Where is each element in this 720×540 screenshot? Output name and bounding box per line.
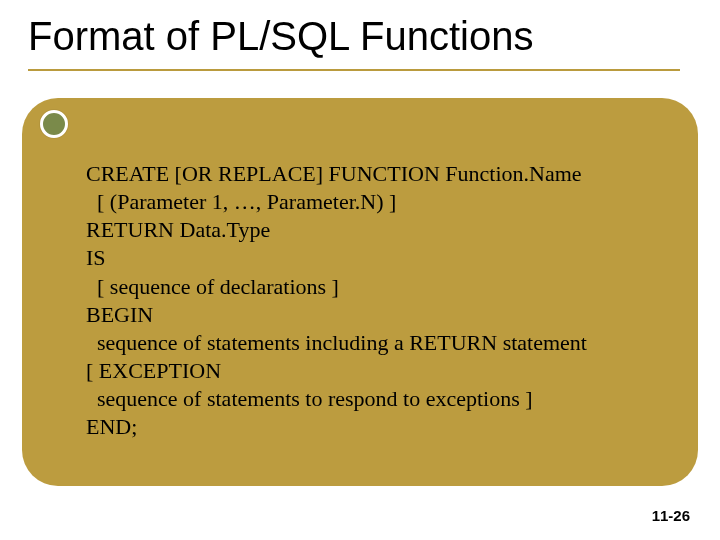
code-block: CREATE [OR REPLACE] FUNCTION Function.Na… — [86, 160, 656, 442]
code-line: BEGIN — [86, 301, 656, 329]
code-line: CREATE [OR REPLACE] FUNCTION Function.Na… — [86, 160, 656, 188]
code-line: sequence of statements including a RETUR… — [86, 329, 656, 357]
code-line: END; — [86, 413, 656, 441]
code-line: [ sequence of declarations ] — [86, 273, 656, 301]
bullet-decoration — [40, 110, 68, 138]
code-line: [ (Parameter 1, …, Parameter.N) ] — [86, 188, 656, 216]
code-line: sequence of statements to respond to exc… — [86, 385, 656, 413]
code-line: RETURN Data.Type — [86, 216, 656, 244]
slide: Format of PL/SQL Functions CREATE [OR RE… — [0, 0, 720, 540]
content-panel: CREATE [OR REPLACE] FUNCTION Function.Na… — [22, 98, 698, 486]
title-region: Format of PL/SQL Functions — [28, 14, 680, 71]
slide-title: Format of PL/SQL Functions — [28, 14, 680, 67]
code-line: [ EXCEPTION — [86, 357, 656, 385]
code-line: IS — [86, 244, 656, 272]
title-underline — [28, 69, 680, 71]
page-number: 11-26 — [652, 507, 690, 524]
